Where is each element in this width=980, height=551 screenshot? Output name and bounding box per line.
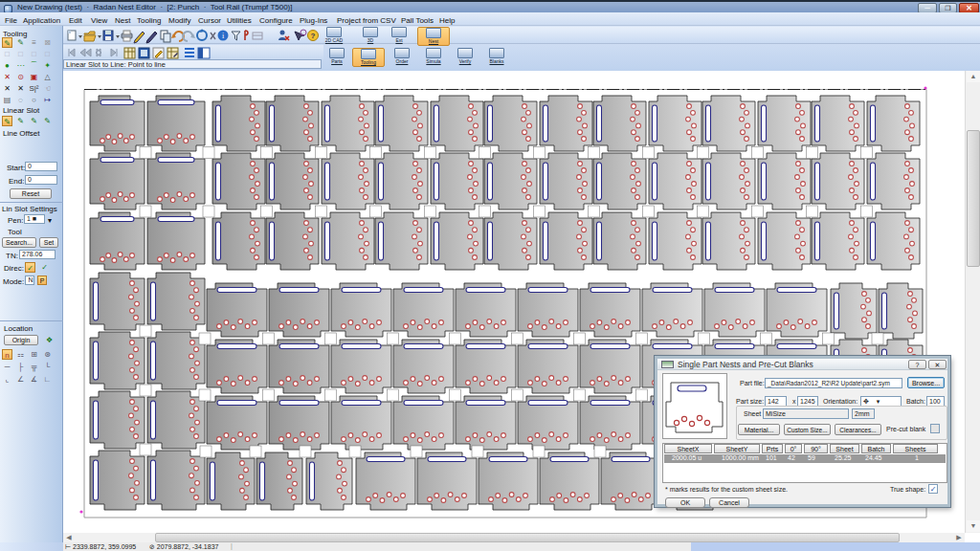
svg-text:?: ? [311, 32, 316, 40]
